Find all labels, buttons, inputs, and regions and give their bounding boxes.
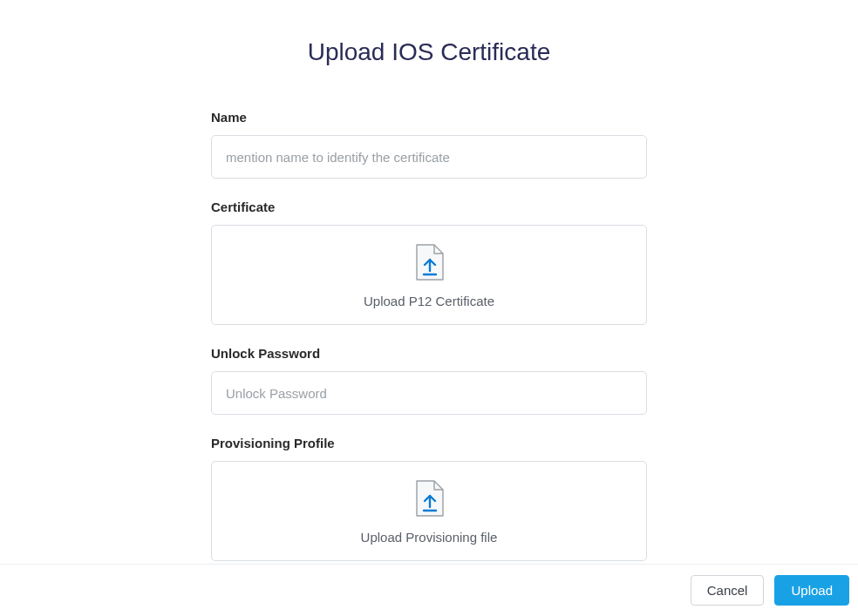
page-title: Upload IOS Certificate xyxy=(0,38,858,66)
name-label: Name xyxy=(211,110,647,125)
upload-form: Name Certificate Upload P12 Certificate … xyxy=(211,110,647,561)
name-field-group: Name xyxy=(211,110,647,179)
footer-bar: Cancel Upload xyxy=(0,564,858,616)
certificate-field-group: Certificate Upload P12 Certificate xyxy=(211,200,647,325)
certificate-label: Certificate xyxy=(211,200,647,214)
unlock-password-input[interactable] xyxy=(211,371,647,415)
unlock-password-label: Unlock Password xyxy=(211,346,647,361)
name-input[interactable] xyxy=(211,135,647,179)
upload-file-icon xyxy=(413,243,445,285)
unlock-password-field-group: Unlock Password xyxy=(211,346,647,415)
provisioning-upload-zone[interactable]: Upload Provisioning file xyxy=(211,461,647,561)
provisioning-label: Provisioning Profile xyxy=(211,436,647,450)
upload-button[interactable]: Upload xyxy=(774,575,849,606)
provisioning-upload-label: Upload Provisioning file xyxy=(361,530,498,545)
cancel-button[interactable]: Cancel xyxy=(691,575,765,606)
certificate-upload-label: Upload P12 Certificate xyxy=(364,294,494,308)
upload-file-icon xyxy=(413,479,445,521)
certificate-upload-zone[interactable]: Upload P12 Certificate xyxy=(211,225,647,325)
provisioning-field-group: Provisioning Profile Upload Provisioning… xyxy=(211,436,647,561)
